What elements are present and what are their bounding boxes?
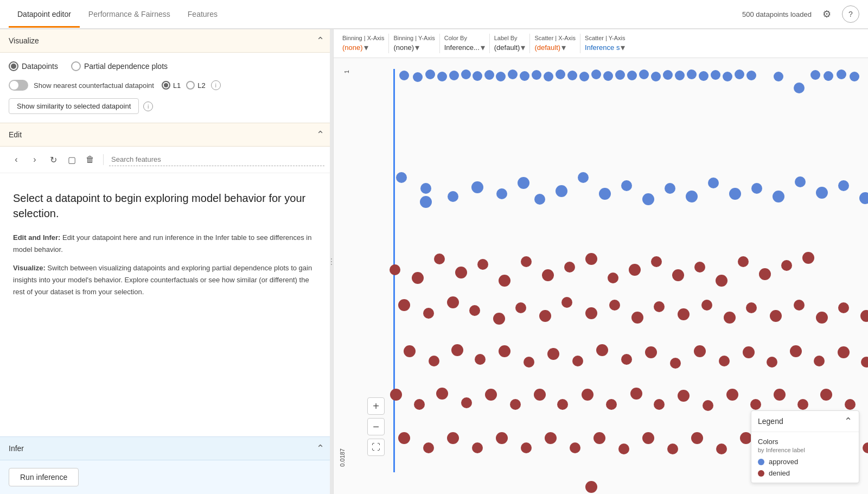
dot-red-b13[interactable] xyxy=(694,345,706,357)
dot-blue-30[interactable] xyxy=(746,71,756,80)
dot-red-b1[interactable] xyxy=(404,345,416,357)
dot-blue-12[interactable] xyxy=(532,70,541,80)
dot-red-40[interactable] xyxy=(838,302,849,313)
dot-blue-m10[interactable] xyxy=(578,172,589,183)
dot-red-32[interactable] xyxy=(654,301,665,312)
help-icon[interactable]: ? xyxy=(842,5,859,23)
dot-blue-29[interactable] xyxy=(735,69,744,79)
dot-red-d12[interactable] xyxy=(667,444,678,454)
dot-red-37[interactable] xyxy=(770,310,782,322)
dot-red-d9[interactable] xyxy=(593,432,605,444)
dot-blue-m2[interactable] xyxy=(420,183,431,194)
dot-red-b9[interactable] xyxy=(596,344,608,356)
nav-tab-performance-fairness[interactable]: Performance & Fairness xyxy=(80,2,179,26)
dot-red-12[interactable] xyxy=(629,264,641,276)
dot-red-22[interactable] xyxy=(423,308,434,319)
dot-red-d7[interactable] xyxy=(545,432,557,444)
zoom-out-button[interactable]: − xyxy=(367,418,385,435)
dot-red-c13[interactable] xyxy=(678,390,690,402)
dot-red-8[interactable] xyxy=(542,269,554,281)
dot-red-d4[interactable] xyxy=(472,442,483,453)
dot-red-c20[interactable] xyxy=(845,399,856,410)
dot-red-24[interactable] xyxy=(469,305,480,316)
dot-blue-35[interactable] xyxy=(837,69,846,79)
dot-red-41[interactable] xyxy=(860,310,868,322)
dot-red-16[interactable] xyxy=(716,275,727,287)
dot-red-d10[interactable] xyxy=(618,444,629,454)
dot-blue-m1[interactable] xyxy=(396,172,407,183)
dot-blue-24[interactable] xyxy=(675,71,685,80)
dot-red-b17[interactable] xyxy=(790,345,802,357)
dot-red-b10[interactable] xyxy=(621,354,632,365)
dropdown-label-by[interactable]: Label By (default) ▾ xyxy=(494,35,526,53)
dot-red-d3[interactable] xyxy=(447,432,459,444)
dot-blue-27[interactable] xyxy=(711,70,720,80)
dot-red-35[interactable] xyxy=(724,312,736,324)
dot-red-b2[interactable] xyxy=(429,356,439,366)
dot-blue-m18[interactable] xyxy=(751,183,762,194)
dot-red-33[interactable] xyxy=(678,308,690,320)
dot-red-29[interactable] xyxy=(585,307,597,319)
dot-blue-14[interactable] xyxy=(556,69,565,79)
delete-btn[interactable]: 🗑 xyxy=(82,152,98,167)
dot-red-18[interactable] xyxy=(759,268,771,280)
dot-red-b4[interactable] xyxy=(475,354,486,365)
dot-blue-5[interactable] xyxy=(449,71,459,80)
visualize-section-header[interactable]: Visualize ⌃ xyxy=(0,29,333,53)
dot-red-c5[interactable] xyxy=(485,389,497,401)
settings-icon[interactable]: ⚙ xyxy=(818,5,835,23)
run-inference-button[interactable]: Run inference xyxy=(9,468,79,486)
dot-red-d14[interactable] xyxy=(716,444,727,454)
dot-blue-19[interactable] xyxy=(615,70,625,80)
dot-red-36[interactable] xyxy=(746,302,757,313)
dot-red-17[interactable] xyxy=(738,256,749,267)
dot-red-d13[interactable] xyxy=(691,432,703,444)
dropdown-binning-y[interactable]: Binning | Y-Axis (none) ▾ xyxy=(393,35,435,53)
dot-blue-m13[interactable] xyxy=(642,193,654,205)
dot-blue-11[interactable] xyxy=(520,71,529,81)
dot-red-c3[interactable] xyxy=(436,388,448,400)
dot-red-d11[interactable] xyxy=(642,432,654,444)
dot-red-c9[interactable] xyxy=(582,389,593,401)
search-features-input[interactable] xyxy=(109,153,324,166)
dot-red-c2[interactable] xyxy=(414,399,425,410)
similarity-info-icon[interactable]: i xyxy=(143,102,153,111)
dot-blue-m9[interactable] xyxy=(556,185,567,197)
dot-red-3[interactable] xyxy=(434,254,445,264)
dot-blue-m16[interactable] xyxy=(708,178,719,188)
l-info-icon[interactable]: i xyxy=(211,80,221,90)
dot-blue-m11[interactable] xyxy=(599,188,611,200)
dot-blue-m15[interactable] xyxy=(686,191,698,202)
dot-blue-1[interactable] xyxy=(399,71,409,80)
dot-blue-m6[interactable] xyxy=(496,188,507,199)
dot-blue-20[interactable] xyxy=(627,71,637,80)
dot-blue-m17[interactable] xyxy=(729,188,741,200)
dot-red-c6[interactable] xyxy=(510,399,521,410)
dot-blue-m23[interactable] xyxy=(859,192,868,204)
dot-red-21[interactable] xyxy=(398,299,410,311)
dot-blue-2[interactable] xyxy=(413,72,423,82)
dot-red-b19[interactable] xyxy=(838,346,850,358)
counterfactual-toggle[interactable] xyxy=(9,80,28,91)
dot-red-28[interactable] xyxy=(561,297,572,308)
dot-red-14[interactable] xyxy=(672,269,684,281)
dot-red-d20[interactable] xyxy=(863,442,868,453)
dot-red-c4[interactable] xyxy=(461,397,472,408)
dot-red-c15[interactable] xyxy=(726,389,738,401)
dot-blue-m3[interactable] xyxy=(420,196,432,208)
dot-blue-18[interactable] xyxy=(603,71,613,81)
dot-red-b12[interactable] xyxy=(670,358,681,369)
dot-blue-m20[interactable] xyxy=(795,176,806,187)
dot-red-b11[interactable] xyxy=(645,346,657,358)
dot-red-25[interactable] xyxy=(493,313,505,325)
dot-blue-16[interactable] xyxy=(579,72,589,81)
dot-blue-33[interactable] xyxy=(810,70,820,80)
legend-header[interactable]: Legend ⌃ xyxy=(751,411,859,432)
dot-red-d2[interactable] xyxy=(423,442,434,453)
dot-red-b3[interactable] xyxy=(451,344,463,356)
dot-red-31[interactable] xyxy=(631,312,643,324)
dot-red-1[interactable] xyxy=(390,264,400,275)
radio-datapoints[interactable]: Datapoints xyxy=(9,61,58,71)
dot-red-9[interactable] xyxy=(564,262,575,273)
l2-option[interactable]: L2 xyxy=(186,81,205,90)
